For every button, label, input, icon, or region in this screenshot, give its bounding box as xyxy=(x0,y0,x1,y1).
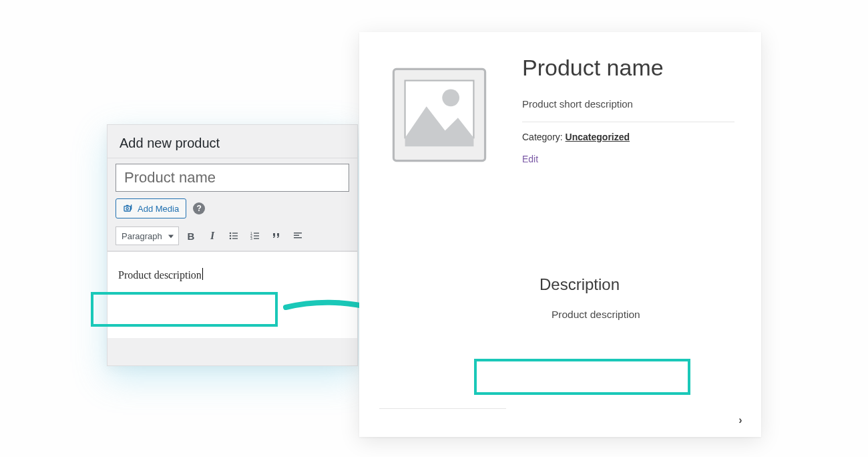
description-body: Product description xyxy=(539,301,734,329)
editor-textarea[interactable]: Product description xyxy=(107,251,357,338)
blockquote-button[interactable] xyxy=(267,226,286,245)
svg-point-1 xyxy=(126,208,128,210)
svg-rect-16 xyxy=(294,235,299,237)
description-heading: Description xyxy=(539,275,734,294)
svg-point-3 xyxy=(230,233,232,235)
preview-short-description: Product short description xyxy=(522,98,734,110)
svg-rect-12 xyxy=(254,235,259,236)
bottom-divider xyxy=(379,408,506,409)
svg-rect-14 xyxy=(254,238,259,239)
editor-body-text: Product description xyxy=(118,269,202,281)
product-image-placeholder xyxy=(379,55,499,175)
svg-point-21 xyxy=(442,89,459,106)
editor-heading: Add new product xyxy=(107,125,357,158)
svg-text:3: 3 xyxy=(250,237,252,241)
category-label: Category: xyxy=(522,132,566,142)
svg-point-2 xyxy=(130,208,131,210)
bold-button[interactable]: B xyxy=(182,226,200,245)
svg-rect-17 xyxy=(294,237,302,239)
editor-toolbar: Paragraph B I 123 xyxy=(107,224,357,251)
ordered-list-button[interactable]: 123 xyxy=(246,226,264,245)
edit-link[interactable]: Edit xyxy=(522,154,538,164)
product-title-input[interactable] xyxy=(116,164,349,192)
product-preview-panel: Product name Product short description C… xyxy=(359,32,761,437)
svg-point-5 xyxy=(230,235,232,237)
svg-rect-6 xyxy=(232,235,238,236)
bullet-list-button[interactable] xyxy=(224,226,243,245)
svg-point-7 xyxy=(230,238,232,240)
help-icon[interactable]: ? xyxy=(193,202,205,214)
svg-rect-8 xyxy=(232,238,238,239)
svg-rect-0 xyxy=(124,206,130,211)
category-line: Category: Uncategorized xyxy=(522,132,734,142)
align-button[interactable] xyxy=(288,226,307,245)
preview-product-title: Product name xyxy=(522,55,734,81)
format-dropdown[interactable]: Paragraph xyxy=(116,226,179,245)
svg-rect-15 xyxy=(294,233,302,234)
add-media-label: Add Media xyxy=(138,204,179,214)
italic-button[interactable]: I xyxy=(203,226,222,245)
add-media-button[interactable]: Add Media xyxy=(116,198,186,218)
svg-rect-10 xyxy=(254,233,259,233)
category-link[interactable]: Uncategorized xyxy=(566,132,630,142)
image-placeholder-icon xyxy=(389,65,489,165)
svg-rect-22 xyxy=(405,136,474,146)
svg-rect-4 xyxy=(232,233,238,233)
chevron-right-icon[interactable]: › xyxy=(732,412,749,429)
camera-music-icon xyxy=(123,203,134,214)
editor-panel: Add new product Add Media ? Paragraph xyxy=(107,124,358,366)
meta-divider xyxy=(522,122,734,122)
text-caret xyxy=(202,268,203,280)
